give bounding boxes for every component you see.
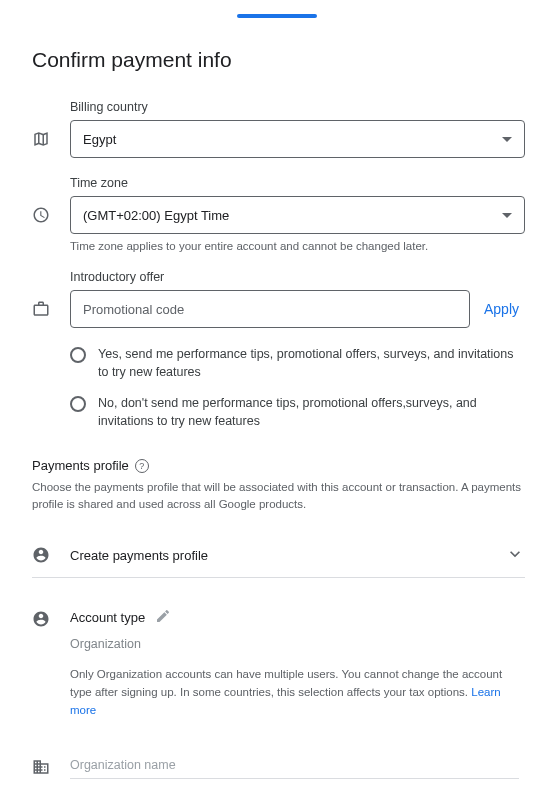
account-type-value: Organization [70,637,525,651]
account-type-desc: Only Organization accounts can have mult… [70,665,525,720]
offer-row: Introductory offer Apply [32,270,525,328]
timezone-row: Time zone (GMT+02:00) Egypt Time Time zo… [32,176,525,252]
edit-icon[interactable] [155,608,171,627]
timezone-value: (GMT+02:00) Egypt Time [83,208,229,223]
create-payments-profile[interactable]: Create payments profile [32,534,525,578]
timezone-label: Time zone [70,176,525,190]
chevron-down-icon [505,544,525,567]
person-icon [32,608,70,720]
radio-icon [70,347,86,363]
help-icon[interactable]: ? [135,459,149,473]
payments-profile-header: Payments profile ? [32,458,525,473]
chevron-down-icon [502,137,512,142]
building-icon [32,744,70,779]
organization-name-row: Organization name [32,744,525,779]
billing-country-select[interactable]: Egypt [70,120,525,158]
offer-label: Introductory offer [70,270,525,284]
organization-name-input[interactable]: Organization name [70,744,519,779]
radio-no-label: No, don't send me performance tips, prom… [98,395,525,430]
create-payments-label: Create payments profile [70,548,208,563]
page-title: Confirm payment info [32,48,525,72]
account-type-block: Account type Organization Only Organizat… [32,608,525,720]
billing-country-row: Billing country Egypt [32,100,525,158]
radio-yes-label: Yes, send me performance tips, promotion… [98,346,525,381]
apply-button[interactable]: Apply [484,301,525,317]
person-icon [32,546,70,564]
chevron-down-icon [502,213,512,218]
radio-yes[interactable]: Yes, send me performance tips, promotion… [70,346,525,381]
map-icon [32,100,70,151]
promo-code-input[interactable] [70,290,470,328]
billing-country-label: Billing country [70,100,525,114]
clock-icon [32,176,70,227]
radio-no[interactable]: No, don't send me performance tips, prom… [70,395,525,430]
billing-country-value: Egypt [83,132,116,147]
radio-icon [70,396,86,412]
account-type-label: Account type [70,610,145,625]
briefcase-icon [32,270,70,321]
payments-profile-desc: Choose the payments profile that will be… [32,479,525,514]
payments-profile-title: Payments profile [32,458,129,473]
timezone-helper: Time zone applies to your entire account… [70,240,525,252]
timezone-select[interactable]: (GMT+02:00) Egypt Time [70,196,525,234]
